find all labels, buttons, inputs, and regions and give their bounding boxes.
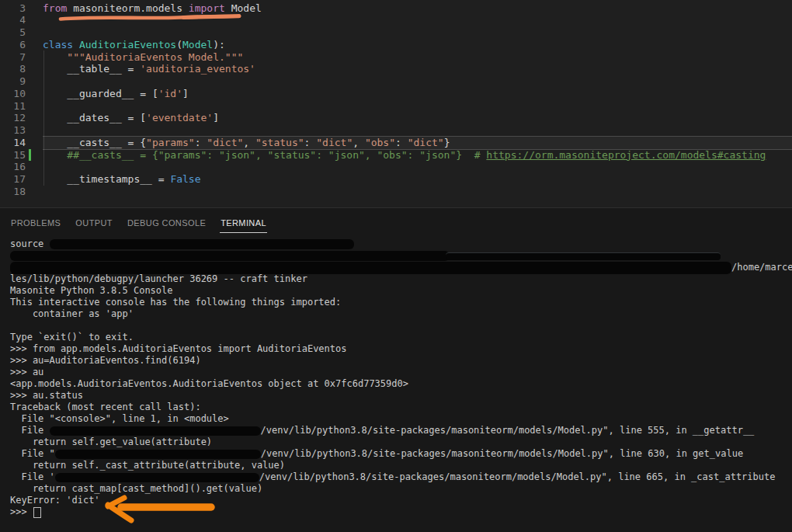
code-line[interactable]: 3from masoniteorm.models import Model xyxy=(0,2,792,15)
tab-output[interactable]: OUTPUT xyxy=(75,210,113,233)
code-text: __timestamps__ = False xyxy=(43,173,201,186)
line-number: 7 xyxy=(0,51,26,64)
code-line[interactable]: 16 xyxy=(0,161,792,173)
code-token: False xyxy=(170,173,200,185)
terminal-line xyxy=(10,320,792,332)
terminal-text: File " xyxy=(10,448,55,460)
line-number: 3 xyxy=(0,2,26,15)
redaction-blob xyxy=(10,262,731,274)
code-line[interactable]: 7 """AuditoriaEventos Model.""" xyxy=(0,51,792,64)
code-token: "params" xyxy=(146,137,195,148)
code-line[interactable]: 17 __timestamps__ = False xyxy=(0,173,792,186)
code-line-active[interactable]: 14 __casts__ = {"params": "dict", "statu… xyxy=(0,137,792,149)
line-number: 15 xyxy=(0,149,26,162)
code-token: 'id' xyxy=(158,88,182,99)
code-line[interactable]: 11 xyxy=(0,100,792,113)
line-number: 14 xyxy=(0,137,26,149)
terminal-panel[interactable]: source /home/marcelo/les/lib/python/debu… xyxy=(0,235,792,532)
terminal-line: >>> au=AuditoriaEventos.find(6194) xyxy=(10,355,792,367)
code-line[interactable]: 18 xyxy=(0,186,792,198)
terminal-line: container as 'app' xyxy=(10,308,792,320)
code-line[interactable]: 4 xyxy=(0,14,792,26)
terminal-line: >>> from app.models.AuditoriaEventos imp… xyxy=(10,343,792,355)
line-number: 10 xyxy=(0,88,26,100)
terminal-text: /home/marcelo/ xyxy=(731,262,792,273)
terminal-text: Masonite Python 3.8.5 Console xyxy=(10,285,173,297)
code-token: ( xyxy=(176,39,182,50)
terminal-line: File '/venv/lib/python3.8/site-packages/… xyxy=(10,471,792,483)
tab-terminal[interactable]: TERMINAL xyxy=(220,210,267,233)
comment-link[interactable]: https://orm.masoniteproject.com/models#c… xyxy=(486,149,766,161)
code-token: : xyxy=(195,137,207,148)
panel-tab-bar: PROBLEMS OUTPUT DEBUG CONSOLE TERMINAL xyxy=(0,208,792,235)
redaction-blob xyxy=(50,239,354,249)
code-token: from xyxy=(43,2,73,14)
terminal-text: File xyxy=(10,425,50,436)
line-number: 9 xyxy=(0,75,26,88)
vscode-window: 3from masoniteorm.models import Model456… xyxy=(0,0,792,532)
terminal-line: Type `exit()` to exit. xyxy=(10,332,792,343)
code-line[interactable]: 13 xyxy=(0,124,792,137)
code-token: Model xyxy=(182,39,213,50)
code-token: , xyxy=(353,137,365,148)
code-token: "dict" xyxy=(316,137,353,148)
code-token: "obs" xyxy=(365,137,395,148)
line-number: 17 xyxy=(0,173,26,186)
code-line[interactable]: 9 xyxy=(0,75,792,88)
code-token: __casts__ = { xyxy=(43,137,146,148)
terminal-line: KeyError: 'dict' xyxy=(10,495,792,506)
terminal-text: /venv/lib/python3.8/site-packages/masoni… xyxy=(261,425,755,436)
code-token: ] xyxy=(182,88,189,99)
line-number: 8 xyxy=(0,63,26,75)
code-token: __table__ = xyxy=(43,63,140,75)
terminal-text: source xyxy=(10,238,50,250)
terminal-line: File /venv/lib/python3.8/site-packages/m… xyxy=(10,425,792,436)
terminal-line: This interactive console has the followi… xyxy=(10,297,792,308)
code-token: import xyxy=(189,2,231,14)
code-text: from masoniteorm.models import Model xyxy=(43,2,262,15)
code-line[interactable]: 6class AuditoriaEventos(Model): xyxy=(0,39,792,51)
terminal-line: Masonite Python 3.8.5 Console xyxy=(10,285,792,297)
code-token: ] xyxy=(213,112,219,123)
code-text: ##__casts__ = {"params": "json", "status… xyxy=(43,149,766,162)
redaction-blob xyxy=(446,252,721,260)
code-token: 'eventdate' xyxy=(146,112,213,123)
terminal-text: Traceback (most recent call last): xyxy=(10,402,201,413)
code-line[interactable]: 12 __dates__ = ['eventdate'] xyxy=(0,112,792,124)
line-number: 16 xyxy=(0,161,26,173)
line-number: 4 xyxy=(0,14,26,26)
code-editor[interactable]: 3from masoniteorm.models import Model456… xyxy=(0,0,792,208)
code-text: __guarded__ = ['id'] xyxy=(43,88,189,100)
terminal-line: >>> au xyxy=(10,367,792,378)
terminal-text: /venv/lib/python3.8/site-packages/masoni… xyxy=(261,448,743,460)
redaction-blob xyxy=(55,450,261,459)
code-line[interactable]: 8 __table__ = 'auditoria_eventos' xyxy=(0,63,792,75)
terminal-cursor xyxy=(33,507,41,518)
code-token: "dict" xyxy=(408,137,444,148)
terminal-line: >>> au.status xyxy=(10,390,792,402)
code-text: __dates__ = ['eventdate'] xyxy=(43,112,219,124)
code-line[interactable]: 15 ##__casts__ = {"params": "json", "sta… xyxy=(0,149,792,162)
terminal-text: File ' xyxy=(10,471,55,483)
terminal-line: /home/marcelo/ xyxy=(10,262,792,273)
terminal-text: return self.get_value(attribute) xyxy=(10,436,212,448)
tab-debug-console[interactable]: DEBUG CONSOLE xyxy=(127,210,207,233)
code-token: __dates__ = [ xyxy=(43,112,146,123)
line-number: 18 xyxy=(0,186,26,198)
terminal-line: return self._cast_attribute(attribute, v… xyxy=(10,460,792,471)
code-token: Model xyxy=(231,2,262,14)
code-line[interactable]: 10 __guarded__ = ['id'] xyxy=(0,88,792,100)
terminal-text: >>> from app.models.AuditoriaEventos imp… xyxy=(10,343,346,355)
terminal-text: File "<console>", line 1, in <module> xyxy=(10,413,229,425)
code-editor-lines: 3from masoniteorm.models import Model456… xyxy=(0,2,792,198)
terminal-line: return cast_map[cast_method]().get(value… xyxy=(10,483,792,495)
terminal-text: >>> au xyxy=(10,367,43,378)
line-number: 11 xyxy=(0,100,26,113)
terminal-line: >>> xyxy=(10,506,792,518)
terminal-text: container as 'app' xyxy=(10,308,134,320)
line-number: 5 xyxy=(0,26,26,39)
terminal-text: /venv/lib/python3.8/site-packages/masoni… xyxy=(259,471,776,483)
code-line[interactable]: 5 xyxy=(0,26,792,39)
terminal-line xyxy=(10,250,792,262)
tab-problems[interactable]: PROBLEMS xyxy=(10,210,61,233)
